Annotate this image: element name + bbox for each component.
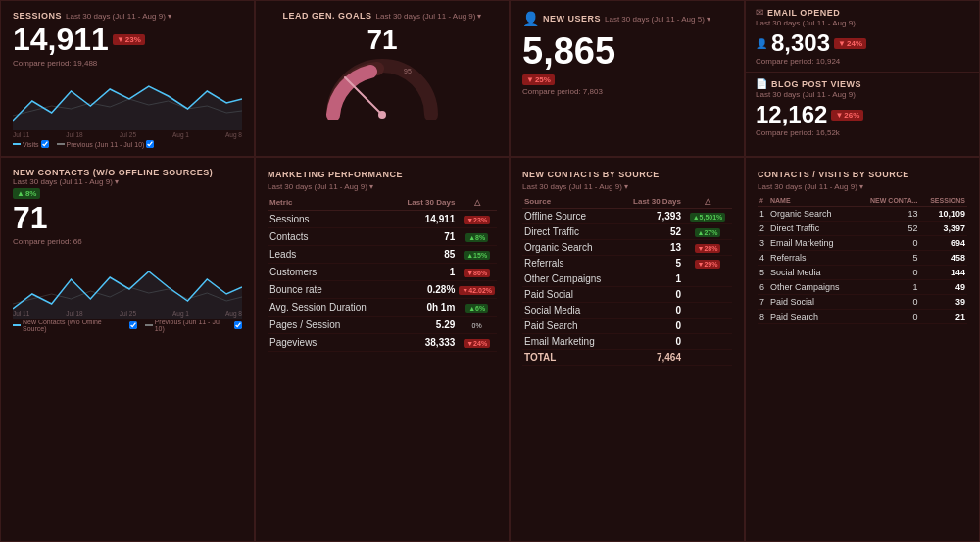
- user-icon2: 👤: [756, 38, 767, 49]
- cv-sessions: 49: [920, 280, 967, 295]
- src-source: Organic Search: [522, 240, 620, 256]
- contacts-visits-by-source-panel: CONTACTS / VISITS BY SOURCE Last 30 days…: [745, 157, 980, 542]
- mkt-col-value: Last 30 Days: [393, 195, 458, 211]
- src-col-change: △: [683, 195, 732, 209]
- sessions-panel: SESSIONS Last 30 days (Jul 11 - Aug 9) ▾…: [0, 0, 255, 157]
- cv-num: 8: [758, 310, 768, 324]
- blog-icon: 📄: [756, 78, 767, 89]
- marketing-period-dropdown[interactable]: Last 30 days (Jul 11 - Aug 9) ▾: [268, 182, 373, 191]
- sessions-value: 14,911: [13, 23, 109, 57]
- visits-legend-dot: [13, 143, 21, 145]
- cv-sessions: 144: [920, 266, 967, 280]
- src-source: Paid Search: [522, 319, 620, 334]
- cv-col-name: NAME: [768, 195, 858, 207]
- new-contacts-checkbox[interactable]: [129, 321, 137, 329]
- email-icon: ✉: [756, 7, 763, 18]
- src-source: Email Marketing: [522, 334, 620, 350]
- email-opened-section: ✉ EMAIL OPENED Last 30 days (Jul 11 - Au…: [746, 1, 979, 73]
- svg-text:95: 95: [404, 68, 412, 74]
- down-arrow-icon: ▼: [117, 35, 124, 44]
- src-value: 0: [620, 319, 683, 334]
- mkt-value: 1: [393, 264, 458, 281]
- src-change: [683, 319, 732, 334]
- cv-sessions: 10,109: [920, 207, 967, 222]
- mkt-value: 38,333: [393, 334, 458, 352]
- contacts-source-table: Source Last 30 Days △ Offline Source 7,3…: [522, 195, 732, 366]
- contacts-source-title: NEW CONTACTS BY SOURCE: [522, 170, 660, 179]
- visits-source-row: 3 Email Marketing 0 694: [758, 236, 967, 251]
- cv-name: Other Campaigns: [768, 280, 858, 295]
- cv-name: Social Media: [768, 266, 858, 280]
- blog-views-title: BLOG POST VIEWS: [771, 79, 861, 89]
- contacts-offline-compare: Compare period: 66: [13, 237, 242, 246]
- mkt-value: 85: [393, 246, 458, 264]
- src-value: 1: [620, 271, 683, 287]
- src-source: TOTAL: [522, 350, 620, 366]
- marketing-row: Leads 85 ▲15%: [268, 246, 497, 264]
- chevron-down-icon: ▾: [859, 182, 863, 191]
- sessions-period-dropdown[interactable]: Last 30 days (Jul 11 - Aug 9) ▾: [66, 12, 172, 21]
- chevron-down-icon: ▾: [115, 177, 119, 186]
- leadgen-period-dropdown[interactable]: Last 30 days (Jul 11 - Aug 9) ▾: [376, 12, 482, 21]
- visits-source-row: 6 Other Campaigns 1 49: [758, 280, 967, 295]
- src-col-source: Source: [522, 195, 620, 209]
- mkt-change: ▼42.02%: [457, 281, 497, 299]
- marketing-row: Pageviews 38,333 ▼24%: [268, 334, 497, 352]
- leadgen-panel: LEAD GEN. GOALS Last 30 days (Jul 11 - A…: [255, 0, 510, 157]
- contacts-source-row: Paid Search 0: [522, 319, 732, 334]
- prev-contacts-checkbox[interactable]: [234, 321, 242, 329]
- blog-views-compare: Compare period: 16,52k: [756, 128, 969, 137]
- mkt-metric: Sessions: [268, 211, 393, 228]
- contacts-offline-legend: New Contacts (w/o Offline Source) Previo…: [13, 319, 242, 332]
- marketing-row: Bounce rate 0.28% ▼42.02%: [268, 281, 497, 299]
- cv-col-sessions: SESSIONS: [920, 195, 967, 207]
- src-source: Other Campaigns: [522, 271, 620, 287]
- cv-sessions: 458: [920, 251, 967, 266]
- new-users-value: 5,865: [522, 30, 615, 73]
- mkt-metric: Pages / Session: [268, 317, 393, 334]
- blog-views-period: Last 30 days (Jul 11 - Aug 9): [756, 90, 969, 99]
- src-source: Direct Traffic: [522, 224, 620, 240]
- cv-name: Paid Search: [768, 310, 858, 324]
- contacts-source-row: Paid Social 0: [522, 287, 732, 303]
- sessions-x-axis: Jul 11 Jul 18 Jul 25 Aug 1 Aug 8: [13, 131, 242, 138]
- previous-checkbox[interactable]: [146, 140, 154, 148]
- new-users-period-dropdown[interactable]: Last 30 days (Jul 11 - Aug 5) ▾: [605, 15, 710, 24]
- cv-sessions: 39: [920, 295, 967, 310]
- mkt-change: ▼24%: [457, 334, 497, 352]
- visits-source-period-dropdown[interactable]: Last 30 days (Jul 11 - Aug 9) ▾: [758, 182, 863, 191]
- cv-num: 6: [758, 280, 768, 295]
- chevron-down-icon: ▾: [168, 12, 172, 21]
- marketing-title: MARKETING PERFORMANCE: [268, 170, 403, 179]
- leadgen-title: LEAD GEN. GOALS: [283, 11, 372, 21]
- cv-contacts: 1: [858, 280, 920, 295]
- src-value: 0: [620, 303, 683, 319]
- marketing-row: Avg. Session Duration 0h 1m ▲6%: [268, 299, 497, 317]
- mkt-change: ▲15%: [457, 246, 497, 264]
- new-users-change-badge: ▼ 25%: [522, 74, 555, 85]
- previous-legend-dot: [57, 143, 65, 145]
- mkt-col-metric: Metric: [268, 195, 393, 211]
- contacts-source-period-dropdown[interactable]: Last 30 days (Jul 11 - Aug 9) ▾: [522, 182, 628, 191]
- mkt-change: ▼23%: [457, 211, 497, 228]
- contacts-source-row: TOTAL 7,464: [522, 350, 732, 366]
- new-users-compare: Compare period: 7,803: [522, 87, 732, 96]
- src-change: ▼28%: [683, 240, 732, 256]
- cv-num: 3: [758, 236, 768, 251]
- cv-contacts: 5: [858, 251, 920, 266]
- contacts-offline-period-dropdown[interactable]: Last 30 days (Jul 11 - Aug 9) ▾: [13, 177, 119, 186]
- cv-num: 4: [758, 251, 768, 266]
- contacts-offline-change-badge: ▲ 8%: [13, 188, 40, 199]
- src-value: 5: [620, 256, 683, 271]
- cv-num: 5: [758, 266, 768, 280]
- chevron-down-icon: ▾: [369, 182, 373, 191]
- cv-contacts: 0: [858, 295, 920, 310]
- email-opened-title: EMAIL OPENED: [767, 8, 840, 18]
- cv-col-contacts: NEW CONTA...: [858, 195, 920, 207]
- sessions-change-badge: ▼ 23%: [113, 34, 145, 45]
- visits-checkbox[interactable]: [41, 140, 49, 148]
- chevron-down-icon: ▾: [624, 182, 628, 191]
- src-col-value: Last 30 Days: [620, 195, 683, 209]
- contacts-source-row: Organic Search 13 ▼28%: [522, 240, 732, 256]
- contacts-source-row: Email Marketing 0: [522, 334, 732, 350]
